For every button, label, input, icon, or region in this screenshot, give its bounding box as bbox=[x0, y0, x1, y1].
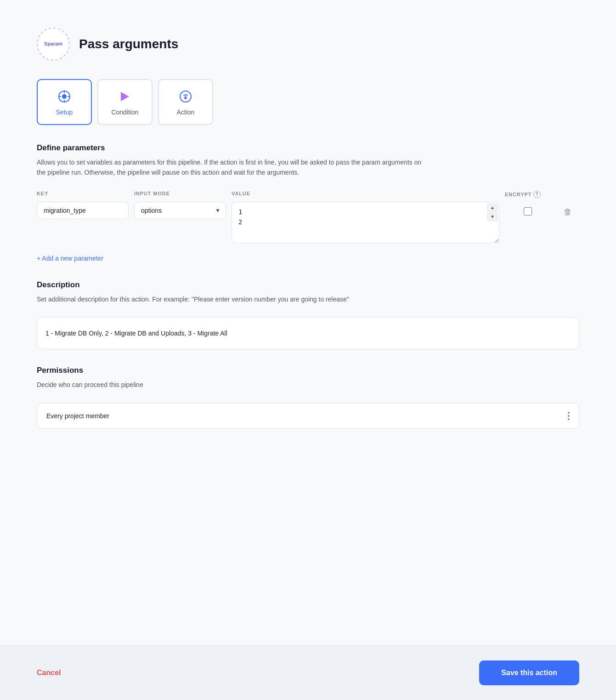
value-textarea[interactable]: 1 2 bbox=[232, 202, 499, 243]
scroll-down-btn[interactable]: ▼ bbox=[487, 213, 497, 221]
footer-bar: Cancel Save this action bbox=[0, 645, 616, 700]
delete-param-button[interactable]: 🗑 bbox=[562, 206, 574, 218]
define-parameters-section: Define parameters Allows you to set vari… bbox=[37, 143, 579, 280]
permissions-value: Every project member bbox=[46, 412, 109, 420]
value-textarea-wrapper: 1 2 ▲ ▼ bbox=[232, 202, 499, 245]
tab-setup-label: Setup bbox=[56, 108, 73, 116]
define-parameters-desc: Allows you to set variables as parameter… bbox=[37, 157, 432, 178]
tab-action-label: Action bbox=[177, 108, 195, 116]
description-section: Description Set additional description f… bbox=[37, 280, 579, 349]
description-title: Description bbox=[37, 280, 579, 290]
encrypt-checkbox[interactable] bbox=[524, 207, 532, 216]
add-param-link[interactable]: + Add a new parameter bbox=[37, 255, 103, 262]
three-dots-menu[interactable] bbox=[568, 412, 570, 420]
col-delete bbox=[556, 191, 579, 198]
permissions-section: Permissions Decide who can proceed this … bbox=[37, 366, 579, 428]
description-desc: Set additional description for this acti… bbox=[37, 294, 432, 304]
action-icon bbox=[177, 88, 194, 105]
input-mode-select[interactable]: options text number bbox=[134, 202, 226, 219]
col-key: KEY bbox=[37, 191, 129, 198]
scroll-buttons: ▲ ▼ bbox=[487, 204, 497, 221]
page-title: Pass arguments bbox=[79, 37, 178, 51]
param-row: options text number ▼ 1 2 ▲ ▼ bbox=[37, 202, 579, 245]
tabs-container: Setup Condition Action bbox=[37, 79, 579, 125]
col-value: VALUE bbox=[232, 191, 499, 198]
permissions-box[interactable]: Every project member bbox=[37, 403, 579, 429]
tab-action[interactable]: Action bbox=[158, 79, 213, 125]
description-input[interactable] bbox=[37, 317, 579, 349]
svg-marker-2 bbox=[121, 92, 129, 101]
tab-setup[interactable]: Setup bbox=[37, 79, 92, 125]
encrypt-help-icon[interactable]: ? bbox=[533, 191, 541, 198]
input-mode-select-wrapper: options text number ▼ bbox=[134, 202, 226, 219]
scroll-up-btn[interactable]: ▲ bbox=[487, 204, 497, 212]
save-button[interactable]: Save this action bbox=[479, 660, 579, 685]
key-field[interactable] bbox=[37, 202, 129, 219]
condition-icon bbox=[117, 88, 133, 105]
col-encrypt: ENCRYPT ? bbox=[505, 191, 551, 198]
encrypt-cell bbox=[505, 202, 551, 216]
svg-point-1 bbox=[62, 94, 67, 99]
permissions-title: Permissions bbox=[37, 366, 579, 375]
logo-text: Sparam bbox=[44, 41, 62, 47]
tab-condition-label: Condition bbox=[111, 108, 138, 116]
key-input-wrapper bbox=[37, 202, 129, 219]
permissions-desc: Decide who can proceed this pipeline bbox=[37, 380, 432, 390]
params-table: KEY INPUT MODE VALUE ENCRYPT ? bbox=[37, 191, 579, 245]
tab-condition[interactable]: Condition bbox=[97, 79, 153, 125]
define-parameters-title: Define parameters bbox=[37, 143, 579, 153]
setup-icon bbox=[56, 88, 73, 105]
delete-cell: 🗑 bbox=[556, 202, 579, 218]
logo-badge: Sparam bbox=[37, 28, 70, 61]
params-header: KEY INPUT MODE VALUE ENCRYPT ? bbox=[37, 191, 579, 202]
col-input-mode: INPUT MODE bbox=[134, 191, 226, 198]
cancel-button[interactable]: Cancel bbox=[37, 664, 61, 682]
page-header: Sparam Pass arguments bbox=[37, 28, 579, 61]
svg-point-4 bbox=[184, 97, 187, 99]
